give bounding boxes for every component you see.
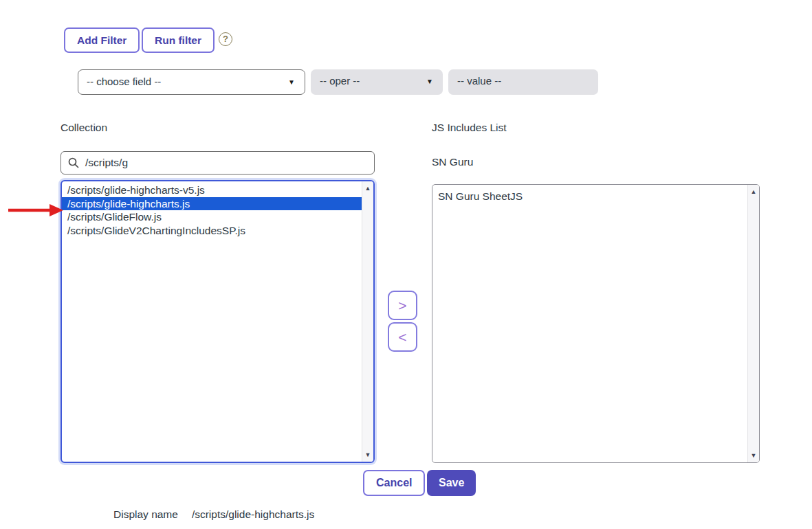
red-arrow-annotation xyxy=(6,202,65,218)
search-input-value: /scripts/g xyxy=(85,157,128,169)
cancel-button[interactable]: Cancel xyxy=(363,470,425,496)
target-listbox-items: SN Guru SheetJS xyxy=(432,187,747,462)
list-item[interactable]: /scripts/glide-highcharts-v5.js xyxy=(62,183,362,197)
collection-listbox-items: /scripts/glide-highcharts-v5.js/scripts/… xyxy=(62,183,362,462)
list-item[interactable]: /scripts/GlideFlow.js xyxy=(62,210,362,224)
target-list-sublabel: SN Guru xyxy=(432,156,473,168)
filter-value-field[interactable]: -- value -- xyxy=(448,69,598,95)
chevron-down-icon: ▼ xyxy=(426,69,433,93)
move-left-button[interactable]: < xyxy=(388,322,417,352)
scroll-up-icon[interactable]: ▲ xyxy=(362,185,373,192)
display-name-label: Display name xyxy=(113,508,178,521)
collection-label: Collection xyxy=(61,122,107,134)
add-filter-button[interactable]: Add Filter xyxy=(64,27,140,53)
filter-value-text: -- value -- xyxy=(457,75,501,87)
run-filter-button[interactable]: Run filter xyxy=(142,27,215,53)
target-scrollbar[interactable]: ▲ ▼ xyxy=(747,185,759,462)
move-right-button[interactable]: > xyxy=(388,291,417,320)
collection-listbox[interactable]: /scripts/glide-highcharts-v5.js/scripts/… xyxy=(61,180,375,463)
list-item[interactable]: /scripts/glide-highcharts.js xyxy=(62,197,362,211)
list-item[interactable]: SN Guru SheetJS xyxy=(432,187,747,203)
collection-search-input[interactable]: /scripts/g xyxy=(61,151,375,175)
scroll-up-icon[interactable]: ▲ xyxy=(748,188,759,195)
list-item[interactable]: /scripts/GlideV2ChartingIncludesSP.js xyxy=(62,224,362,238)
choose-field-select-value: -- choose field -- xyxy=(87,76,161,87)
display-name-row: Display name /scripts/glide-highcharts.j… xyxy=(113,508,314,521)
scroll-down-icon[interactable]: ▼ xyxy=(748,452,759,459)
operator-select-value: -- oper -- xyxy=(320,75,360,87)
chevron-down-icon: ▼ xyxy=(288,70,295,94)
scroll-down-icon[interactable]: ▼ xyxy=(362,451,373,458)
target-listbox[interactable]: SN Guru SheetJS ▲ ▼ xyxy=(432,184,760,463)
choose-field-select[interactable]: -- choose field -- ▼ xyxy=(78,69,305,95)
collection-scrollbar[interactable]: ▲ ▼ xyxy=(362,181,373,462)
operator-select[interactable]: -- oper -- ▼ xyxy=(311,69,443,95)
save-button[interactable]: Save xyxy=(427,470,476,496)
target-list-title: JS Includes List xyxy=(432,122,507,134)
slushbucket-dialog: Add Filter Run filter ? -- choose field … xyxy=(0,0,812,529)
help-icon[interactable]: ? xyxy=(219,32,232,46)
search-icon xyxy=(68,157,79,168)
display-name-value: /scripts/glide-highcharts.js xyxy=(192,508,314,521)
